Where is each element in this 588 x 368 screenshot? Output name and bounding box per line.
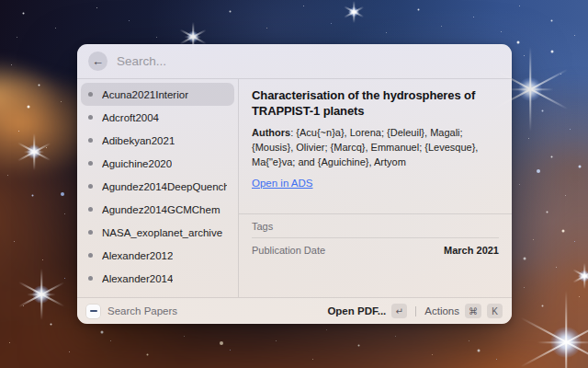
starfield-bright [0,0,2,2]
paper-dot-icon [88,276,93,281]
list-item[interactable]: Alexander2012 [81,244,234,267]
list-item[interactable]: Agundez2014GCMChem [81,198,234,221]
detail-content: Characterisation of the hydrospheres of … [239,79,512,190]
metadata-section: Tags Publication Date March 2021 [239,213,512,261]
search-papers-app-icon [86,305,100,318]
footer-bar: Search Papers Open PDF... ↵ Actions ⌘ K [77,298,512,324]
paper-dot-icon [88,138,93,143]
paper-dot-icon [88,207,93,212]
open-pdf-label: Open PDF... [327,305,386,316]
palette-body: Acuna2021Interior Adcroft2004 Adibekyan2… [77,79,512,297]
paper-dot-icon [88,115,93,120]
paper-title: Characterisation of the hydrospheres of … [252,87,497,119]
paper-dot-icon [88,253,93,258]
paper-dot-icon [88,161,93,166]
search-bar: ← [77,44,512,78]
paper-dot-icon [88,92,93,97]
publication-date-row: Publication Date March 2021 [239,238,512,261]
list-item-label: Alexander2012 [102,250,173,261]
paper-dot-icon [88,184,93,189]
list-item[interactable]: NASA_exoplanet_archive [81,221,234,244]
list-item-label: Agundez2014GCMChem [102,204,220,215]
list-item-label: Agundez2014DeepQuench [102,181,227,192]
tags-label: Tags [252,221,273,232]
footer-separator [415,306,416,316]
list-item[interactable]: Agundez2014DeepQuench [81,175,234,198]
list-item-label: Alexander2014 [102,273,173,284]
list-item-label: Adcroft2004 [102,112,159,123]
command-palette-window: ← Acuna2021Interior Adcroft2004 Adibekya… [77,44,512,324]
detail-panel: Characterisation of the hydrospheres of … [239,79,512,297]
open-in-ads-link[interactable]: Open in ADS [252,178,312,189]
authors-label: Authors [252,127,290,138]
list-item-label: NASA_exoplanet_archive [102,227,222,238]
back-arrow-icon: ← [92,54,104,68]
list-item-label: Aguichine2020 [102,158,172,169]
publication-date-label: Publication Date [252,245,325,256]
back-button[interactable]: ← [88,52,107,71]
command-key-icon: ⌘ [465,304,481,318]
k-key-icon: K [487,304,503,318]
paper-list: Acuna2021Interior Adcroft2004 Adibekyan2… [77,79,238,297]
footer-actions: Open PDF... ↵ Actions ⌘ K [327,304,503,318]
actions-label: Actions [424,305,459,316]
list-item[interactable]: Adibekyan2021 [81,129,234,152]
footer-app-name: Search Papers [107,305,177,316]
paper-authors: Authors: {Acu{~n}a}, Lorena; {Deleuil}, … [252,125,497,169]
list-item[interactable]: Adcroft2004 [81,106,234,129]
tags-row: Tags [239,214,512,237]
list-item[interactable]: Aguichine2020 [81,152,234,175]
actions-button[interactable]: Actions ⌘ K [424,304,503,318]
paper-dot-icon [88,230,93,235]
publication-date-value: March 2021 [444,245,499,256]
list-item-label: Acuna2021Interior [102,89,188,100]
list-item-label: Adibekyan2021 [102,135,175,146]
list-item[interactable]: Acuna2021Interior [81,83,234,106]
search-input[interactable] [117,54,501,68]
list-item[interactable]: Alexander2014 [81,267,234,290]
open-pdf-button[interactable]: Open PDF... ↵ [327,304,407,318]
return-key-icon: ↵ [391,304,407,318]
